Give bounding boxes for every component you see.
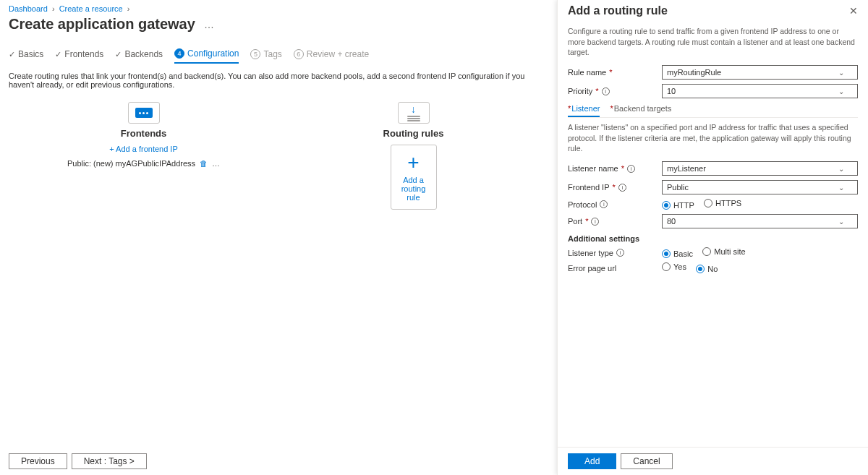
frontend-ip-label: Frontend IP [568, 183, 609, 192]
routing-heading: Routing rules [383, 128, 444, 139]
delete-icon[interactable]: 🗑 [200, 159, 208, 168]
chevron-down-icon: ⌄ [838, 87, 844, 95]
info-icon[interactable]: i [618, 184, 626, 192]
error-page-label: Error page url [568, 264, 616, 273]
info-icon[interactable]: i [627, 165, 635, 173]
breadcrumb-item[interactable]: Dashboard [9, 4, 48, 13]
listener-name-label: Listener name [568, 164, 618, 173]
info-icon[interactable]: i [602, 87, 610, 95]
check-icon: ✓ [115, 50, 122, 59]
cancel-button[interactable]: Cancel [621, 453, 672, 469]
priority-input[interactable]: 10⌄ [662, 84, 858, 98]
wizard-tabs: ✓Basics ✓Frontends ✓Backends 4Configurat… [9, 48, 548, 64]
rule-name-label: Rule name [568, 68, 606, 77]
check-icon: ✓ [55, 50, 61, 59]
additional-settings-heading: Additional settings [568, 234, 858, 243]
frontend-ip-select[interactable]: Public⌄ [662, 180, 858, 194]
protocol-label: Protocol [568, 200, 597, 209]
listener-type-multisite-radio[interactable]: Multi site [702, 247, 745, 256]
error-page-no-radio[interactable]: No [696, 265, 718, 273]
wizard-tab-configuration[interactable]: 4Configuration [174, 48, 239, 64]
protocol-https-radio[interactable]: HTTPS [704, 199, 741, 207]
arrow-down-icon: ↓ [411, 104, 416, 114]
routing-icon: ↓ [398, 102, 430, 124]
wizard-tab-tags[interactable]: 5Tags [250, 48, 281, 64]
breadcrumb-item[interactable]: Create a resource [59, 4, 123, 13]
frontends-heading: Frontends [121, 128, 167, 139]
frontends-column: Frontends + Add a frontend IP Public: (n… [9, 102, 278, 210]
error-page-yes-radio[interactable]: Yes [662, 262, 686, 271]
chevron-down-icon: ⌄ [838, 165, 844, 173]
more-icon[interactable]: … [212, 159, 220, 168]
step-number-icon: 6 [294, 49, 304, 59]
more-menu-icon[interactable]: … [201, 19, 217, 30]
chevron-down-icon: ⌄ [838, 69, 844, 77]
frontend-item: Public: (new) myAGPublicIPAddress 🗑 … [67, 159, 220, 168]
breadcrumb: Dashboard › Create a resource › [9, 4, 548, 13]
info-icon[interactable]: i [591, 218, 599, 226]
routing-rule-blade: Add a routing rule ✕ Configure a routing… [557, 0, 868, 475]
blade-description: Configure a routing rule to send traffic… [568, 26, 858, 58]
wizard-tab-backends[interactable]: ✓Backends [115, 48, 163, 64]
protocol-http-radio[interactable]: HTTP [662, 201, 694, 210]
port-input[interactable]: 80⌄ [662, 214, 858, 228]
config-description: Create routing rules that link your fron… [9, 72, 548, 89]
wizard-tab-frontends[interactable]: ✓Frontends [55, 48, 103, 64]
tab-listener[interactable]: *Listener [568, 104, 600, 117]
listener-description: A listener "listens" on a specified port… [568, 122, 858, 154]
tab-backend-targets[interactable]: *Backend targets [610, 104, 671, 117]
add-button[interactable]: Add [568, 453, 616, 469]
blade-title: Add a routing rule [568, 4, 668, 17]
add-routing-rule-card[interactable]: + Add a routing rule [391, 145, 437, 210]
listener-type-label: Listener type [568, 249, 613, 257]
previous-button[interactable]: Previous [9, 453, 67, 469]
routing-column: ↓ Routing rules + Add a routing rule [278, 102, 548, 210]
main-content: Dashboard › Create a resource › Create a… [0, 0, 557, 475]
blade-subtabs: *Listener *Backend targets [568, 104, 858, 118]
listener-type-basic-radio[interactable]: Basic [662, 249, 693, 258]
rule-name-input[interactable]: myRoutingRule⌄ [662, 65, 858, 80]
close-icon[interactable]: ✕ [849, 5, 858, 17]
wizard-tab-basics[interactable]: ✓Basics [9, 48, 43, 64]
chevron-down-icon: ⌄ [838, 184, 844, 192]
info-icon[interactable]: i [600, 200, 608, 208]
info-icon[interactable]: i [616, 249, 624, 257]
add-frontend-link[interactable]: + Add a frontend IP [109, 145, 178, 153]
wizard-tab-review[interactable]: 6Review + create [294, 48, 369, 64]
wizard-footer: Previous Next : Tags > [0, 448, 557, 475]
page-title: Create application gateway [9, 16, 195, 33]
next-button[interactable]: Next : Tags > [72, 453, 147, 469]
priority-label: Priority [568, 87, 592, 95]
check-icon: ✓ [9, 50, 15, 59]
frontends-icon [128, 102, 160, 124]
chevron-down-icon: ⌄ [838, 218, 844, 226]
blade-footer: Add Cancel [558, 447, 868, 475]
listener-name-input[interactable]: myListener⌄ [662, 161, 858, 176]
step-number-icon: 5 [250, 49, 260, 59]
step-number-icon: 4 [174, 48, 184, 59]
port-label: Port [568, 217, 582, 226]
plus-icon: + [407, 153, 419, 173]
